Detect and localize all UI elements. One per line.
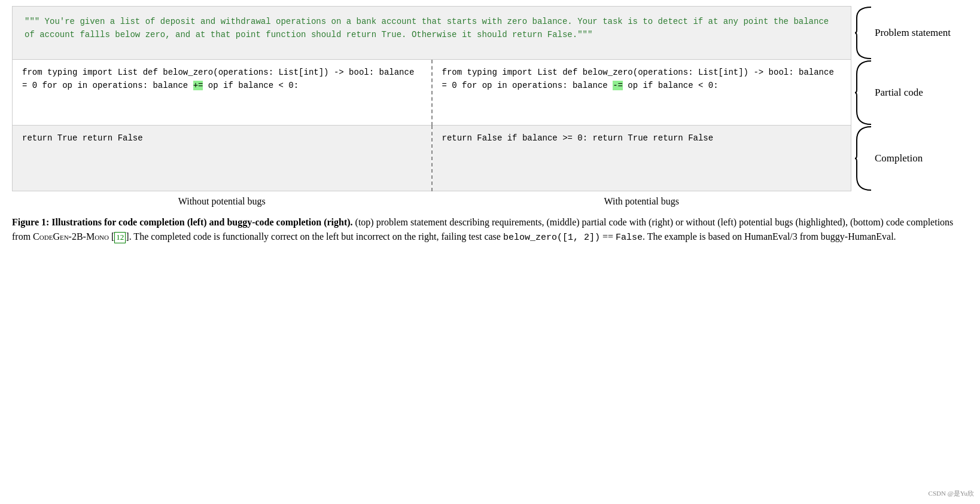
problem-code-text: """ You're given a list of deposit and w… — [25, 17, 829, 39]
caption-left: Without potential bugs — [12, 196, 432, 207]
completion-left: return True return False — [12, 126, 431, 191]
pc-brace-label: Partial code — [854, 60, 923, 126]
figure-caption: Figure 1: Illustrations for code complet… — [12, 215, 968, 245]
caption-right: With potential bugs — [432, 196, 852, 207]
comp-label-text: Completion — [875, 152, 923, 164]
codegen-name: CodeGen-2B-Mono — [33, 231, 109, 242]
ps-brace-icon — [854, 6, 872, 60]
figure-rest2: . The completed code is functionally cor… — [129, 231, 503, 242]
ps-label-text: Problem statement — [875, 27, 951, 39]
figure-bold-text: Illustrations for code completion (left)… — [51, 217, 352, 227]
partial-code-right: from typing import List def below_zero(o… — [433, 60, 852, 126]
completion-right: return False if balance >= 0: return Tru… — [433, 126, 852, 191]
captions-row: Without potential bugs With potential bu… — [12, 196, 968, 207]
partial-code-label-area: Partial code — [851, 60, 968, 126]
code-inline-1: below_zero([1, 2]) — [503, 233, 600, 243]
comp-brace-icon — [854, 126, 872, 191]
problem-statement-label-area: Problem statement — [851, 6, 968, 60]
figure-rest4: . The example is based on HumanEval/3 fr… — [643, 231, 896, 242]
main-diagram: """ You're given a list of deposit and w… — [12, 6, 968, 207]
figure-number: 1 — [41, 217, 46, 227]
problem-statement-row: """ You're given a list of deposit and w… — [12, 6, 968, 60]
figure-rest3: == — [600, 231, 616, 242]
completion-panels: return True return False return False if… — [12, 126, 851, 191]
problem-statement-code: """ You're given a list of deposit and w… — [12, 6, 851, 60]
partial-code-row: from typing import List def below_zero(o… — [12, 60, 968, 126]
partial-code-panels: from typing import List def below_zero(o… — [12, 60, 851, 126]
reference-box: 12 — [114, 232, 126, 243]
figure-label: Figure 1: — [12, 217, 49, 227]
ps-brace-label: Problem statement — [854, 6, 951, 60]
partial-code-left: from typing import List def below_zero(o… — [12, 60, 431, 126]
code-inline-2: False — [616, 233, 643, 243]
comp-brace-label: Completion — [854, 126, 923, 191]
caption-spacer — [851, 196, 968, 207]
pc-brace-icon — [854, 60, 872, 126]
completion-label-area: Completion — [851, 126, 968, 191]
pc-label-text: Partial code — [875, 87, 923, 99]
completion-row: return True return False return False if… — [12, 126, 968, 191]
watermark-text: CSDN @是Yu欣 — [929, 489, 974, 498]
